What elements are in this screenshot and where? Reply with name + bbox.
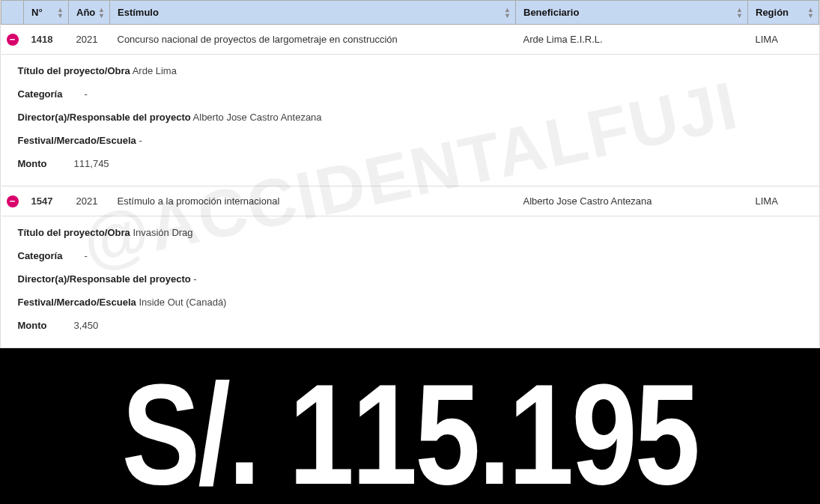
- collapse-icon[interactable]: −: [7, 34, 19, 46]
- detail-value: Alberto Jose Castro Antezana: [193, 112, 322, 123]
- grants-table: N° ▲▼ Año ▲▼ Estímulo ▲▼ Beneficiario ▲▼…: [1, 0, 819, 347]
- detail-row: Título del proyecto/Obra Arde Lima Categ…: [1, 55, 819, 186]
- detail-label: Monto: [18, 320, 47, 331]
- total-amount: S/. 115.195: [122, 362, 698, 504]
- header-beneficiario-label: Beneficiario: [523, 7, 579, 18]
- detail-director: Director(a)/Responsable del proyecto Alb…: [18, 106, 812, 129]
- total-bar: S/. 115.195: [0, 348, 820, 504]
- sort-icon[interactable]: ▲▼: [504, 7, 511, 19]
- detail-block: Título del proyecto/Obra Arde Lima Categ…: [1, 55, 819, 186]
- expand-cell: −: [1, 186, 24, 216]
- detail-monto: Monto 3,450: [18, 314, 812, 337]
- table-header-row: N° ▲▼ Año ▲▼ Estímulo ▲▼ Beneficiario ▲▼…: [1, 1, 819, 25]
- detail-label: Categoría: [18, 250, 63, 261]
- cell-n: 1418: [24, 25, 69, 55]
- header-n-label: N°: [31, 7, 43, 18]
- detail-value: Invasión Drag: [133, 227, 192, 238]
- cell-ano: 2021: [69, 186, 110, 216]
- cell-region: LIMA: [748, 186, 819, 216]
- detail-label: Festival/Mercado/Escuela: [18, 135, 136, 146]
- detail-label: Director(a)/Responsable del proyecto: [18, 273, 191, 285]
- collapse-icon[interactable]: −: [7, 195, 19, 207]
- header-region[interactable]: Región ▲▼: [748, 1, 819, 25]
- detail-value: 111,745: [74, 158, 109, 169]
- detail-label: Director(a)/Responsable del proyecto: [18, 112, 191, 123]
- detail-label: Título del proyecto/Obra: [18, 227, 130, 238]
- detail-block: Título del proyecto/Obra Invasión Drag C…: [1, 216, 819, 347]
- detail-label: Festival/Mercado/Escuela: [18, 297, 136, 308]
- cell-beneficiario: Alberto Jose Castro Antezana: [516, 186, 748, 216]
- detail-titulo: Título del proyecto/Obra Arde Lima: [18, 59, 812, 82]
- detail-value: 3,450: [74, 320, 99, 331]
- detail-director: Director(a)/Responsable del proyecto -: [18, 267, 812, 291]
- cell-estimulo: Concurso nacional de proyectos de largom…: [110, 25, 516, 55]
- cell-ano: 2021: [69, 25, 110, 55]
- cell-beneficiario: Arde Lima E.I.R.L.: [516, 25, 748, 55]
- detail-value: -: [139, 135, 142, 146]
- cell-estimulo: Estímulo a la promoción internacional: [110, 186, 516, 216]
- detail-categoria: Categoría -: [18, 244, 812, 267]
- header-ano-label: Año: [76, 7, 95, 18]
- detail-value: -: [84, 88, 87, 100]
- header-region-label: Región: [756, 7, 789, 18]
- sort-icon[interactable]: ▲▼: [98, 7, 105, 19]
- table-row: − 1547 2021 Estímulo a la promoción inte…: [1, 186, 819, 216]
- expand-cell: −: [1, 25, 24, 55]
- detail-value: -: [193, 273, 196, 285]
- data-table-container: @ACCIDENTALFUJI N° ▲▼ Año ▲▼ Estímulo ▲▼: [0, 0, 820, 348]
- table-row: − 1418 2021 Concurso nacional de proyect…: [1, 25, 819, 55]
- cell-n: 1547: [24, 186, 69, 216]
- detail-festival: Festival/Mercado/Escuela Inside Out (Can…: [18, 291, 812, 314]
- sort-icon[interactable]: ▲▼: [807, 7, 814, 19]
- header-beneficiario[interactable]: Beneficiario ▲▼: [516, 1, 748, 25]
- header-expand: [1, 1, 24, 25]
- detail-label: Título del proyecto/Obra: [18, 65, 130, 76]
- header-n[interactable]: N° ▲▼: [24, 1, 69, 25]
- sort-icon[interactable]: ▲▼: [57, 7, 64, 19]
- header-ano[interactable]: Año ▲▼: [69, 1, 110, 25]
- header-estimulo-label: Estímulo: [118, 7, 159, 18]
- detail-row: Título del proyecto/Obra Invasión Drag C…: [1, 216, 819, 348]
- detail-monto: Monto 111,745: [18, 152, 812, 175]
- detail-value: Arde Lima: [133, 65, 177, 76]
- detail-titulo: Título del proyecto/Obra Invasión Drag: [18, 221, 812, 244]
- detail-label: Categoría: [18, 88, 63, 100]
- detail-categoria: Categoría -: [18, 82, 812, 106]
- detail-label: Monto: [18, 158, 47, 169]
- sort-icon[interactable]: ▲▼: [736, 7, 743, 19]
- header-estimulo[interactable]: Estímulo ▲▼: [110, 1, 516, 25]
- cell-region: LIMA: [748, 25, 819, 55]
- detail-value: -: [84, 250, 87, 261]
- detail-festival: Festival/Mercado/Escuela -: [18, 129, 812, 152]
- detail-value: Inside Out (Canadá): [139, 297, 226, 308]
